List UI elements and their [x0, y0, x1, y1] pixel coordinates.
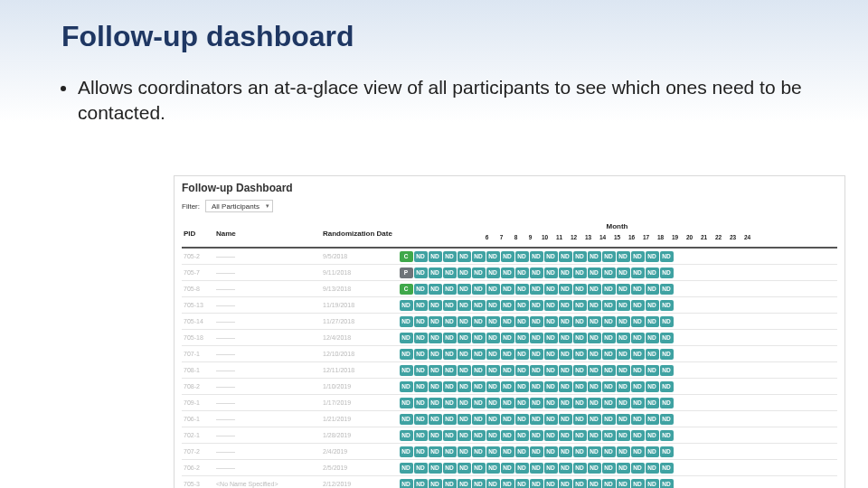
- status-cell[interactable]: ND: [515, 316, 529, 327]
- status-cell[interactable]: ND: [573, 381, 587, 392]
- status-cell[interactable]: ND: [486, 349, 500, 360]
- status-cell[interactable]: ND: [660, 284, 674, 295]
- status-cell[interactable]: ND: [588, 333, 601, 343]
- status-cell[interactable]: ND: [458, 381, 471, 392]
- status-cell[interactable]: ND: [588, 316, 601, 327]
- status-cell[interactable]: ND: [646, 365, 659, 376]
- status-cell[interactable]: ND: [443, 479, 457, 489]
- status-cell[interactable]: ND: [429, 430, 442, 441]
- table-row[interactable]: 706-2———2/5/2019NDNDNDNDNDNDNDNDNDNDNDND…: [182, 460, 837, 476]
- status-cell[interactable]: ND: [530, 414, 543, 425]
- status-cell[interactable]: ND: [602, 430, 616, 441]
- status-cell[interactable]: ND: [400, 398, 413, 408]
- status-cell[interactable]: ND: [414, 251, 428, 262]
- status-cell[interactable]: ND: [458, 300, 471, 311]
- status-cell[interactable]: ND: [429, 284, 442, 295]
- status-cell[interactable]: ND: [559, 479, 572, 489]
- status-cell[interactable]: ND: [443, 463, 457, 474]
- status-cell[interactable]: C: [400, 284, 413, 295]
- status-cell[interactable]: ND: [515, 300, 529, 311]
- status-cell[interactable]: ND: [573, 398, 587, 408]
- status-cell[interactable]: ND: [486, 446, 500, 457]
- status-cell[interactable]: ND: [573, 316, 587, 327]
- table-row[interactable]: 705-18———12/4/2018NDNDNDNDNDNDNDNDNDNDND…: [182, 330, 837, 346]
- status-cell[interactable]: ND: [588, 463, 601, 474]
- status-cell[interactable]: ND: [530, 446, 543, 457]
- status-cell[interactable]: ND: [631, 333, 645, 343]
- status-cell[interactable]: ND: [544, 430, 558, 441]
- table-row[interactable]: 705-2———9/5/2018CNDNDNDNDNDNDNDNDNDNDNDN…: [182, 248, 837, 265]
- status-cell[interactable]: ND: [530, 463, 543, 474]
- status-cell[interactable]: ND: [530, 430, 543, 441]
- status-cell[interactable]: ND: [414, 349, 428, 360]
- status-cell[interactable]: ND: [429, 267, 442, 278]
- status-cell[interactable]: ND: [472, 333, 486, 343]
- status-cell[interactable]: ND: [544, 251, 558, 262]
- status-cell[interactable]: ND: [515, 349, 529, 360]
- status-cell[interactable]: ND: [602, 414, 616, 425]
- status-cell[interactable]: ND: [486, 414, 500, 425]
- status-cell[interactable]: ND: [501, 446, 514, 457]
- status-cell[interactable]: ND: [443, 398, 457, 408]
- status-cell[interactable]: ND: [515, 398, 529, 408]
- status-cell[interactable]: ND: [443, 300, 457, 311]
- status-cell[interactable]: ND: [660, 398, 674, 408]
- status-cell[interactable]: ND: [588, 430, 601, 441]
- status-cell[interactable]: ND: [472, 251, 486, 262]
- status-cell[interactable]: ND: [472, 284, 486, 295]
- status-cell[interactable]: ND: [486, 251, 500, 262]
- status-cell[interactable]: ND: [486, 381, 500, 392]
- status-cell[interactable]: ND: [559, 398, 572, 408]
- status-cell[interactable]: ND: [400, 446, 413, 457]
- status-cell[interactable]: ND: [443, 333, 457, 343]
- status-cell[interactable]: ND: [472, 381, 486, 392]
- status-cell[interactable]: ND: [414, 430, 428, 441]
- status-cell[interactable]: ND: [631, 430, 645, 441]
- status-cell[interactable]: ND: [631, 365, 645, 376]
- status-cell[interactable]: ND: [602, 251, 616, 262]
- status-cell[interactable]: ND: [458, 414, 471, 425]
- status-cell[interactable]: ND: [617, 284, 630, 295]
- status-cell[interactable]: ND: [602, 284, 616, 295]
- status-cell[interactable]: ND: [559, 284, 572, 295]
- status-cell[interactable]: ND: [515, 284, 529, 295]
- status-cell[interactable]: ND: [544, 365, 558, 376]
- status-cell[interactable]: ND: [631, 251, 645, 262]
- status-cell[interactable]: ND: [414, 267, 428, 278]
- status-cell[interactable]: ND: [400, 365, 413, 376]
- status-cell[interactable]: ND: [588, 446, 601, 457]
- status-cell[interactable]: ND: [486, 365, 500, 376]
- status-cell[interactable]: ND: [617, 365, 630, 376]
- status-cell[interactable]: ND: [515, 414, 529, 425]
- status-cell[interactable]: ND: [631, 300, 645, 311]
- status-cell[interactable]: ND: [501, 365, 514, 376]
- status-cell[interactable]: ND: [544, 284, 558, 295]
- status-cell[interactable]: ND: [458, 349, 471, 360]
- status-cell[interactable]: ND: [559, 316, 572, 327]
- status-cell[interactable]: ND: [515, 446, 529, 457]
- status-cell[interactable]: ND: [602, 463, 616, 474]
- status-cell[interactable]: ND: [501, 284, 514, 295]
- status-cell[interactable]: ND: [400, 333, 413, 343]
- status-cell[interactable]: ND: [660, 463, 674, 474]
- status-cell[interactable]: ND: [559, 463, 572, 474]
- status-cell[interactable]: ND: [458, 284, 471, 295]
- status-cell[interactable]: ND: [458, 365, 471, 376]
- status-cell[interactable]: ND: [472, 414, 486, 425]
- status-cell[interactable]: ND: [602, 349, 616, 360]
- status-cell[interactable]: ND: [660, 251, 674, 262]
- status-cell[interactable]: ND: [631, 316, 645, 327]
- status-cell[interactable]: ND: [559, 300, 572, 311]
- status-cell[interactable]: ND: [602, 381, 616, 392]
- status-cell[interactable]: ND: [544, 267, 558, 278]
- status-cell[interactable]: ND: [660, 381, 674, 392]
- status-cell[interactable]: ND: [486, 300, 500, 311]
- status-cell[interactable]: ND: [414, 365, 428, 376]
- status-cell[interactable]: ND: [414, 446, 428, 457]
- status-cell[interactable]: ND: [472, 365, 486, 376]
- status-cell[interactable]: ND: [646, 251, 659, 262]
- status-cell[interactable]: ND: [501, 251, 514, 262]
- status-cell[interactable]: ND: [530, 267, 543, 278]
- status-cell[interactable]: ND: [631, 398, 645, 408]
- status-cell[interactable]: ND: [429, 300, 442, 311]
